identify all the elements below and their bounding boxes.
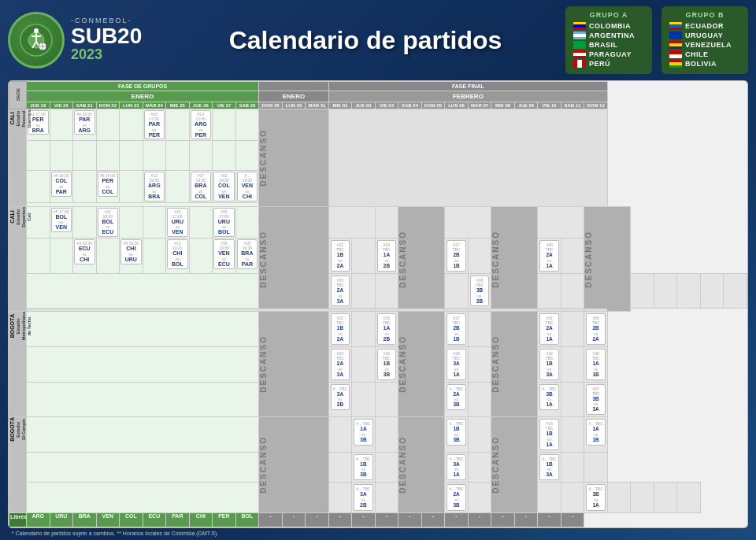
bogota-metro-row2: #23 TBC 2A vs 3A #26 TBC 1B vs 3B <box>9 346 747 382</box>
day-sab21: SAB 21 <box>73 102 97 109</box>
day-mie25: MIE 25 <box>166 102 190 109</box>
3b-3a-final: #37 TBC 3B vs 3A <box>584 382 608 417</box>
bogota-metro-row3: #... TBC 3A vs 2B #... TBC 2A vs 3B <box>9 382 747 417</box>
cali-pascual-row1: CALI Estadio Pascual Guerrero #2 17:00 P… <box>9 109 747 141</box>
group-b-box: GRUPO B ECUADOR URUGUAY VENEZUELA CHILE <box>662 6 748 74</box>
match-par-per: #10 17:00 PAR vs PER <box>143 109 166 141</box>
empty-jue26-dc1 <box>189 206 213 238</box>
argentina-flag <box>573 31 586 39</box>
febrero-label: FEBRERO <box>328 91 607 102</box>
day-dom22: DOM 22 <box>96 102 120 109</box>
day-mie08: MIE 08 <box>491 102 515 109</box>
empty-metro-r3 <box>27 382 259 417</box>
libre-dash1: - <box>259 512 283 527</box>
1a-2b-metro: #25 TBC 1A vs 2B <box>375 312 398 347</box>
libre-uru: URU <box>50 512 73 527</box>
year-label: 2023 <box>71 47 142 63</box>
1a-1b-campin-dom12: #... TBC 1A vs 1B <box>584 417 608 453</box>
descanso-feb-3: DESCANSO <box>584 206 631 312</box>
match-arg-per: #14 11:00 ARG vs PER <box>189 109 213 141</box>
bogota-campin-row2: #... TBC 1B vs 3B #... TBC 3A vs 1A <box>9 452 747 483</box>
empty-row3-cali-dep <box>27 273 259 309</box>
empty-dom22-r1 <box>96 109 120 141</box>
empty-jue26-dc2 <box>189 239 213 274</box>
cali-deportivo-row2: #3 19:30 ECU vs CHI #9 19:30 CHI vs URU <box>9 239 747 274</box>
match-box-col-ven: #22 19:30 COL vs VEN <box>213 172 235 201</box>
empty-mie08-r3 <box>631 273 654 309</box>
libre-dash8: - <box>421 512 445 527</box>
calendar-table: SEDE FASE DE GRUPOS FASE FINAL ENERO ENE… <box>9 81 747 527</box>
cali-pascual-sede: CALI Estadio Pascual Guerrero <box>9 109 27 207</box>
empty-vie03-c <box>375 417 398 453</box>
uruguay-flag <box>669 31 682 39</box>
logo-area: -CONMEBOL- SUB20 2023 <box>8 12 165 68</box>
brasil-item: BRASIL <box>573 41 644 49</box>
empty-dom12-r3 <box>724 273 747 309</box>
venezuela-item: VENEZUELA <box>669 41 740 49</box>
empty-dom05-c3 <box>538 483 561 513</box>
match-ven-chi: #... 19:30 VEN vs CHI <box>235 171 259 202</box>
match-box-ven-chi: #... 19:30 VEN vs CHI <box>237 172 258 201</box>
phase-3b-3a: #37 TBC 3B vs 3A <box>586 384 606 416</box>
argentina-item: ARGENTINA <box>573 31 644 39</box>
day-dom12: DOM 12 <box>584 102 608 109</box>
descanso-cali-dep: DESCANSO <box>259 206 329 312</box>
venezuela-name: VENEZUELA <box>685 41 732 49</box>
descanso-metro-text-2: DESCANSO <box>398 335 407 393</box>
empty-lun23-r1 <box>120 109 143 141</box>
libre-bra: BRA <box>73 512 97 527</box>
phase-2a-1a: #30 TBC 2A vs 1A <box>539 240 559 272</box>
1a-1b-final: #36 TBC 1A vs 1B <box>584 346 608 382</box>
descanso-feb-text-1: DESCANSO <box>398 231 407 288</box>
phase-3b-1a: #... TBC 3B vs 1A <box>539 384 559 411</box>
phase-1b-3a: #32 TBC 1B vs 3A <box>539 349 559 380</box>
phase-box-2b-2a: #35 TBC 2B vs 2A <box>586 313 606 345</box>
2a-3b-campin: #... TBC 2A vs 3B <box>445 483 469 513</box>
day-jue09: JUE 09 <box>514 102 538 109</box>
conmebol-logo <box>8 12 65 68</box>
phase-1b-3b-r2: #... TBC 1B vs 3B <box>354 454 373 481</box>
phase-2a-3a: #23 TBC 2A vs 3A <box>331 276 350 307</box>
colombia-flag <box>573 22 586 30</box>
phase-3a-2b: #... TBC 3A vs 2B <box>331 384 350 411</box>
peru-item: PERÚ <box>573 60 644 68</box>
descanso-campin-text-2: DESCANSO <box>398 436 407 494</box>
brasil-name: BRASIL <box>589 41 618 49</box>
descanso-text-4: DESCANSO <box>259 436 268 494</box>
day-mar07: MAR 07 <box>468 102 491 109</box>
empty-sab28-r2 <box>235 141 259 171</box>
phase-1a-1b-dom12: #... TBC 1A vs 1B <box>586 419 606 446</box>
2a-3a-metro: #23 TBC 2A vs 3A <box>328 346 352 382</box>
cali-deportivo-label: CALI Estadio Deportivo Cali <box>9 207 32 227</box>
phase-2a-3b: #... TBC 2A vs 3B <box>447 384 466 411</box>
1a-3b-campin: #... TBC 1A vs 3B <box>352 417 376 453</box>
enero-label: ENERO <box>27 91 259 102</box>
day-jue26: JUE 26 <box>189 102 213 109</box>
libre-dash2: - <box>282 512 306 527</box>
day-mar31: MAR 31 <box>306 102 329 109</box>
empty-sab21-dc1 <box>73 206 97 238</box>
descanso-cali-pascual: DESCANSO <box>259 109 329 207</box>
empty-dom22-r2 <box>96 141 120 171</box>
bolivia-name: BOLIVIA <box>685 60 717 68</box>
empty-vie27-r1 <box>213 109 236 141</box>
match-ecu-chi: #3 19:30 ECU vs CHI <box>73 239 97 274</box>
main-container: -CONMEBOL- SUB20 2023 Calendario de part… <box>0 0 756 539</box>
match-bra-col: #17 19:30 BRA vs COL <box>189 171 213 202</box>
descanso-feb-text-3: DESCANSO <box>584 231 593 288</box>
empty-bogota-metro-enero <box>27 312 259 347</box>
1a-vs-2b: #24 TBC 1A vs 2B <box>375 239 398 274</box>
bogota-metro-label: BOGOTÁ Estadio Metropolitano de Techo <box>9 312 32 340</box>
empty-mie08-c <box>561 417 584 453</box>
empty-dom29-c3 <box>328 483 352 513</box>
bogota-campin-label: BOGOTÁ Estadio El Campín <box>9 417 27 442</box>
descanso-feb-2: DESCANSO <box>491 206 538 312</box>
match-box-uru-ven: #15 17:00 URU vs VEN <box>167 208 188 237</box>
day-jue19: JUE 19 <box>27 102 50 109</box>
bogota-campin-row1: BOGOTÁ Estadio El Campín DESCANSO #... T… <box>9 417 747 453</box>
empty-vie03-m3 <box>375 382 398 417</box>
2a-3b-metro: #... TBC 2A vs 3B <box>445 382 469 417</box>
uruguay-item: URUGUAY <box>669 31 740 39</box>
empty-mar24-dc2 <box>143 239 166 274</box>
libre-dash3: - <box>306 512 329 527</box>
